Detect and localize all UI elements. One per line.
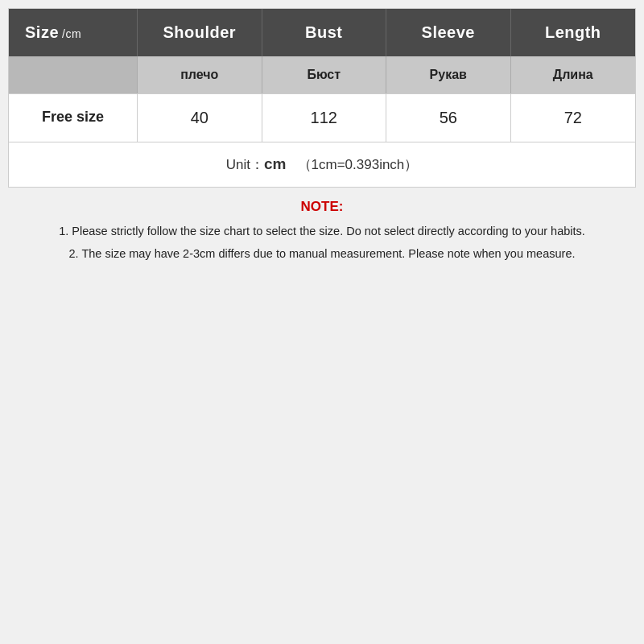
row-size-label: Free size: [9, 94, 138, 142]
header-sleeve: Sleeve: [386, 9, 511, 56]
unit-prefix: Unit：: [226, 157, 264, 172]
row-shoulder-value: 40: [138, 94, 262, 142]
notes-section: NOTE: 1. Please strictly follow the size…: [8, 188, 636, 284]
table-header-row: Size/cm Shoulder Bust Sleeve Length: [9, 9, 635, 56]
row-length-value: 72: [511, 94, 636, 142]
russian-length: Длина: [511, 56, 636, 93]
note-item-1: 1. Please strictly follow the size chart…: [24, 223, 620, 241]
russian-sleeve: Рукав: [386, 56, 511, 93]
note-title: NOTE:: [24, 199, 620, 215]
header-bust: Bust: [262, 9, 387, 56]
note-item-2: 2. The size may have 2-3cm differs due t…: [24, 246, 620, 263]
size-chart: Size/cm Shoulder Bust Sleeve Length плеч…: [8, 8, 636, 188]
russian-bust: Бюст: [262, 56, 387, 93]
row-bust-value: 112: [262, 94, 387, 142]
table-row: Free size 40 112 56 72: [9, 93, 635, 142]
russian-shoulder: плечо: [138, 56, 262, 93]
row-sleeve-value: 56: [386, 94, 511, 142]
table-russian-row: плечо Бюст Рукав Длина: [9, 56, 635, 93]
unit-cm: cm: [264, 155, 286, 172]
unit-suffix: （1cm=0.393inch）: [298, 157, 419, 172]
header-size: Size/cm: [9, 9, 138, 56]
header-length: Length: [511, 9, 636, 56]
header-shoulder: Shoulder: [138, 9, 262, 56]
unit-row: Unit：cm （1cm=0.393inch）: [9, 142, 635, 187]
russian-empty-cell: [9, 56, 138, 93]
